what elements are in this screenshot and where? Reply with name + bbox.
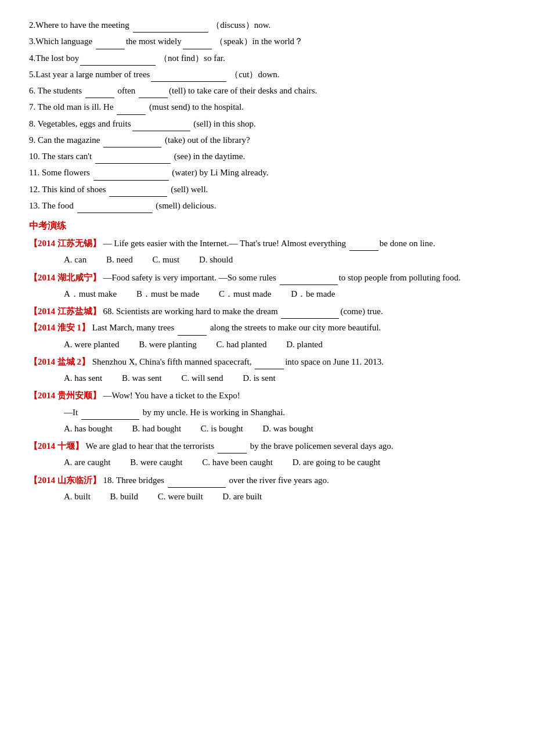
content: 2.Where to have the meeting （discuss）now… — [29, 17, 505, 504]
section-title: 中考演练 — [29, 218, 505, 233]
q11: 11. Some flowers (water) by Li Ming alre… — [29, 165, 505, 180]
eq1: 【2014 江苏无锡】 — Life gets easier with the … — [29, 236, 505, 251]
eq4: 【2014 淮安 1】 Last March, many trees along… — [29, 320, 505, 335]
eq7: 【2014 十堰】 We are glad to hear that the t… — [29, 438, 505, 453]
eq6: 【2014 贵州安顺】 —Wow! You have a ticket to t… — [29, 388, 505, 403]
eq5-choices: A. has sent B. was sent C. will send D. … — [64, 370, 505, 386]
eq6-sub: —It by my uncle. He is working in Shangh… — [29, 405, 505, 420]
q6: 6. The students often (tell) to take car… — [29, 83, 505, 98]
eq3: 【2014 江苏盐城】 68. Scientists are working h… — [29, 304, 505, 319]
q9: 9. Can the magazine (take) out of the li… — [29, 132, 505, 147]
eq8-choices: A. built B. build C. were built D. are b… — [64, 489, 505, 504]
q13: 13. The food (smell) delicious. — [29, 198, 505, 213]
eq1-choices: A. can B. need C. must D. should — [64, 252, 505, 267]
q10: 10. The stars can't (see) in the daytime… — [29, 149, 505, 164]
q3: 3.Which language the most widely （speak）… — [29, 34, 505, 49]
eq2-choices: A．must make B．must be made C．must made D… — [64, 286, 505, 301]
eq6-choices: A. has bought B. had bought C. is bought… — [64, 421, 505, 436]
q7: 7. The old man is ill. He (must send) to… — [29, 99, 505, 114]
q2: 2.Where to have the meeting （discuss）now… — [29, 17, 505, 33]
q5: 5.Last year a large number of trees （cut… — [29, 67, 505, 82]
eq5: 【2014 盐城 2】 Shenzhou X, China's fifth ma… — [29, 354, 505, 369]
q12: 12. This kind of shoes (sell) well. — [29, 182, 505, 197]
eq8: 【2014 山东临沂】 18. Three bridges over the r… — [29, 473, 505, 488]
eq7-choices: A. are caught B. were caught C. have bee… — [64, 455, 505, 470]
q8: 8. Vegetables, eggs and fruits (sell) in… — [29, 116, 505, 131]
eq4-choices: A. were planted B. were planting C. had … — [64, 337, 505, 352]
q4: 4.The lost boy （not find）so far. — [29, 51, 505, 66]
eq2: 【2014 湖北咸宁】 —Food safety is very importa… — [29, 270, 505, 285]
